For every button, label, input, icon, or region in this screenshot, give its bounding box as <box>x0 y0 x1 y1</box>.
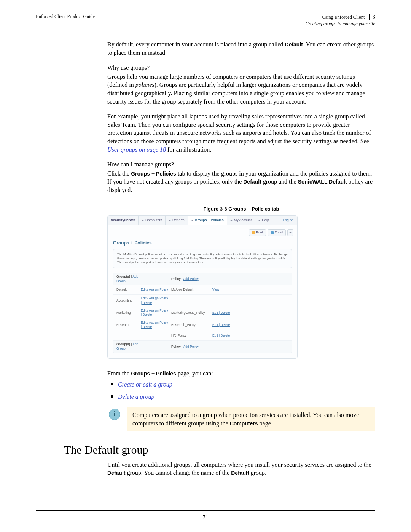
figure-groups-policies: SecurityCenter Computers Reports Groups … <box>107 215 298 359</box>
figure-description: The McAfee Default policy contains recom… <box>113 249 292 268</box>
table-row: Research Edit / Assign Policy | Delete R… <box>113 319 292 331</box>
chevron-down-icon <box>142 220 144 221</box>
logoff-link[interactable]: Log off <box>283 216 293 225</box>
chevron-down-icon <box>258 220 260 221</box>
tab-computers[interactable]: Computers <box>139 216 166 225</box>
table-row: Marketing Edit / Assign Policy | Delete … <box>113 307 292 319</box>
link-create-group[interactable]: Create or edit a group <box>118 381 172 388</box>
para-manage: Click the Groups + Policies tab to displ… <box>107 169 375 194</box>
subhead-manage: How can I manage groups? <box>107 160 375 169</box>
chevron-down-icon <box>169 220 171 221</box>
table-footer-row: Group(s) | Add Group Policy | Add Policy <box>113 341 292 353</box>
header-right-block: Using Enforced Client 3 Creating groups … <box>306 14 375 27</box>
figure-title: Groups + Policies <box>108 238 297 249</box>
row-action[interactable]: Edit / Assign Policy | Delete <box>141 321 168 329</box>
page-number: 71 <box>0 514 411 521</box>
para-from-page: From the Groups + Policies page, you can… <box>107 369 375 378</box>
chevron-down-icon <box>191 220 193 221</box>
section-heading: The Default group <box>64 442 375 458</box>
table-row: Default Edit / Assign Policy McAfee Defa… <box>113 285 292 295</box>
link-delete-group[interactable]: Delete a group <box>118 393 154 400</box>
link-user-groups[interactable]: User groups on page 18 <box>107 146 166 153</box>
table-row: HR_Policy Edit | Delete <box>113 331 292 341</box>
row-action[interactable]: View <box>212 288 219 291</box>
row-action[interactable]: Edit / Assign Policy | Delete <box>141 308 168 316</box>
subhead-why: Why use groups? <box>107 64 375 72</box>
row-action[interactable]: Edit / Assign Policy | Delete <box>141 296 168 304</box>
note-text: Computers are assigned to a group when p… <box>127 407 375 432</box>
list-item: Create or edit a group <box>107 380 375 389</box>
action-list: Create or edit a group Delete a group <box>107 380 375 401</box>
para-intro: By default, every computer in your accou… <box>107 40 375 57</box>
header-right-title: Using Enforced Client <box>322 14 365 20</box>
email-button[interactable]: Email <box>268 229 286 236</box>
row-action[interactable]: Edit | Delete <box>212 311 230 315</box>
chevron-down-icon <box>289 232 292 233</box>
info-note: i Computers are assigned to a group when… <box>107 407 375 432</box>
figure-table: Group(s) | Add Group Policy | Add Policy… <box>113 273 292 353</box>
main-content: By default, every computer in your accou… <box>107 40 375 477</box>
header-left: Enforced Client Product Guide <box>36 14 95 27</box>
table-row: Accounting Edit / Assign Policy | Delete <box>113 295 292 307</box>
mail-icon <box>271 231 274 234</box>
figure-caption: Figure 3-6 Groups + Policies tab <box>107 206 375 212</box>
page-header: Enforced Client Product Guide Using Enfo… <box>36 14 375 27</box>
footer-rule <box>36 510 375 511</box>
tab-groups-policies[interactable]: Groups + Policies <box>188 216 227 225</box>
chevron-down-icon <box>230 220 233 221</box>
add-policy-link[interactable]: Add Policy <box>183 345 199 348</box>
add-policy-link[interactable]: Add Policy <box>183 277 199 281</box>
para-example: For example, you might place all laptops… <box>107 112 375 153</box>
para-default-group: Until you create additional groups, all … <box>107 461 375 477</box>
figure-toolbar: Print Email <box>108 225 297 237</box>
para-why: Groups help you manage large numbers of … <box>107 73 375 105</box>
print-icon <box>252 231 255 234</box>
chapter-number: 3 <box>369 14 376 20</box>
figure-tabbar: SecurityCenter Computers Reports Groups … <box>108 216 297 225</box>
info-icon: i <box>109 409 120 420</box>
row-action[interactable]: Edit | Delete <box>212 334 230 337</box>
print-button[interactable]: Print <box>249 229 266 236</box>
tab-securitycenter[interactable]: SecurityCenter <box>108 216 139 225</box>
tab-help[interactable]: Help <box>255 216 272 225</box>
table-header-row: Group(s) | Add Group Policy | Add Policy <box>113 273 292 285</box>
row-action[interactable]: Edit / Assign Policy <box>141 288 168 291</box>
tab-reports[interactable]: Reports <box>166 216 188 225</box>
list-item: Delete a group <box>107 393 375 401</box>
header-sub: Creating groups to manage your site <box>306 21 375 27</box>
tab-my-account[interactable]: My Account <box>227 216 255 225</box>
row-action[interactable]: Edit | Delete <box>212 323 230 327</box>
dropdown-button[interactable] <box>287 229 293 236</box>
